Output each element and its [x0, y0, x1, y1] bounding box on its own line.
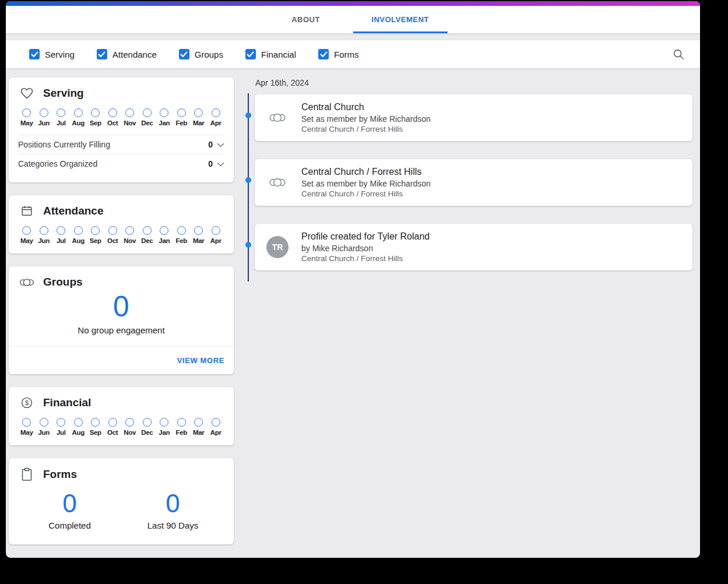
month-label: Jan [156, 119, 173, 126]
month-ring-icon [108, 226, 117, 235]
month-ring-icon [22, 418, 31, 427]
month-ring-icon [143, 108, 152, 117]
month-label: Jun [36, 119, 53, 126]
serving-month-indicators: May Jun Jul Aug Sep [18, 108, 224, 126]
month-ring-icon [108, 418, 117, 427]
chevron-down-icon[interactable] [217, 140, 224, 149]
checkbox-checked-icon[interactable] [318, 49, 329, 59]
month-ring-icon [160, 226, 168, 235]
attendance-month-indicators: May Jun Jul Aug Sep [18, 226, 224, 244]
filter-label: Serving [45, 50, 75, 59]
month-label: Jan [156, 429, 173, 436]
month-ring-icon [108, 108, 117, 117]
month-indicator: Jul [52, 108, 70, 126]
month-ring-icon [125, 226, 134, 235]
month-label: Nov [121, 119, 139, 126]
month-ring-icon [74, 418, 83, 427]
month-indicator: Jan [156, 108, 173, 126]
filter-checkbox-item[interactable]: Financial [245, 49, 296, 59]
checkbox-checked-icon[interactable] [245, 49, 256, 59]
groups-icon [18, 277, 36, 288]
month-ring-icon [40, 108, 48, 117]
month-indicator: Mar [190, 226, 208, 244]
month-label: Dec [139, 237, 156, 244]
month-ring-icon [212, 226, 220, 235]
month-label: Nov [121, 237, 139, 244]
month-indicator: Jun [36, 226, 53, 244]
serving-categories-value: 0 [208, 159, 213, 168]
month-ring-icon [212, 418, 220, 427]
month-indicator: Feb [173, 226, 191, 244]
filter-checkbox-item[interactable]: Serving [29, 49, 75, 59]
month-indicator: Apr [208, 226, 225, 244]
month-label: Aug [70, 119, 87, 126]
month-ring-icon [22, 108, 31, 117]
month-ring-icon [22, 226, 31, 235]
groups-count: 0 [18, 291, 224, 323]
month-label: Feb [173, 119, 191, 126]
event-description: Set as member by Mike Richardson [301, 179, 431, 188]
financial-card-title: Financial [43, 396, 91, 409]
groups-message: No group engagement [18, 325, 224, 335]
month-indicator: Sep [87, 108, 104, 126]
avatar: TR [266, 236, 289, 258]
serving-categories-label: Categories Organized [18, 159, 97, 168]
forms-last-90-label: Last 90 Days [121, 520, 224, 530]
month-indicator: Aug [70, 108, 87, 126]
timeline-event: Central Church / Forrest Hills Set as me… [255, 159, 692, 206]
timeline-event-card[interactable]: TR Profile created for Tyler Roland by M… [255, 224, 692, 270]
month-indicator: Aug [70, 226, 87, 244]
chevron-down-icon[interactable] [217, 159, 224, 168]
month-ring-icon [177, 226, 186, 235]
app-window: ABOUT INVOLVEMENT Serving Attendance Gro… [6, 1, 700, 558]
timeline-dot [245, 112, 251, 118]
filter-label: Attendance [112, 50, 157, 59]
checkbox-checked-icon[interactable] [179, 49, 189, 59]
groups-icon [265, 111, 290, 124]
month-indicator: Jun [36, 418, 53, 436]
tab-involvement[interactable]: INVOLVEMENT [353, 6, 448, 33]
filter-checkbox-item[interactable]: Forms [318, 49, 359, 59]
month-indicator: Sep [87, 418, 104, 436]
event-location: Central Church / Forrest Hills [301, 125, 431, 133]
month-label: Sep [87, 119, 104, 126]
checkbox-checked-icon[interactable] [29, 49, 40, 59]
timeline-event-card[interactable]: Central Church Set as member by Mike Ric… [255, 94, 692, 141]
timeline-event-card[interactable]: Central Church / Forrest Hills Set as me… [255, 159, 692, 206]
clipboard-icon [18, 467, 36, 481]
financial-card: $ Financial May Jun Jul Aug [9, 387, 234, 445]
serving-positions-row[interactable]: Positions Currently Filling 0 [18, 135, 224, 154]
month-ring-icon [125, 418, 134, 427]
checkbox-checked-icon[interactable] [97, 49, 107, 59]
serving-categories-row[interactable]: Categories Organized 0 [18, 154, 224, 173]
month-label: Sep [87, 237, 104, 244]
dollar-icon: $ [18, 396, 36, 409]
month-label: May [18, 237, 36, 244]
tab-bar: ABOUT INVOLVEMENT [6, 6, 700, 33]
month-label: Apr [208, 237, 225, 244]
month-indicator: Jul [52, 418, 70, 436]
serving-positions-value: 0 [208, 140, 213, 149]
tab-about-label: ABOUT [291, 15, 320, 24]
activity-timeline: Apr 16th, 2024 Central Church Set as mem… [247, 78, 692, 289]
groups-view-more-link[interactable]: VIEW MORE [177, 356, 224, 365]
month-ring-icon [57, 418, 65, 427]
month-indicator: May [18, 108, 36, 126]
timeline-dot [245, 242, 251, 248]
month-label: Dec [139, 429, 156, 436]
event-description: Set as member by Mike Richardson [301, 114, 431, 124]
month-indicator: Jan [156, 418, 173, 436]
month-label: Nov [121, 429, 139, 436]
filter-label: Financial [261, 50, 296, 59]
filter-checkbox-item[interactable]: Attendance [97, 49, 157, 59]
month-label: Oct [104, 429, 122, 436]
filter-checkbox-item[interactable]: Groups [179, 49, 223, 59]
main-content: Serving May Jun Jul Aug [6, 68, 700, 558]
search-icon[interactable] [672, 48, 685, 61]
month-indicator: Jul [52, 226, 70, 244]
month-ring-icon [143, 418, 152, 427]
month-indicator: Dec [139, 418, 156, 436]
tab-about[interactable]: ABOUT [259, 6, 353, 33]
calendar-icon [18, 205, 36, 217]
month-label: Feb [173, 237, 191, 244]
